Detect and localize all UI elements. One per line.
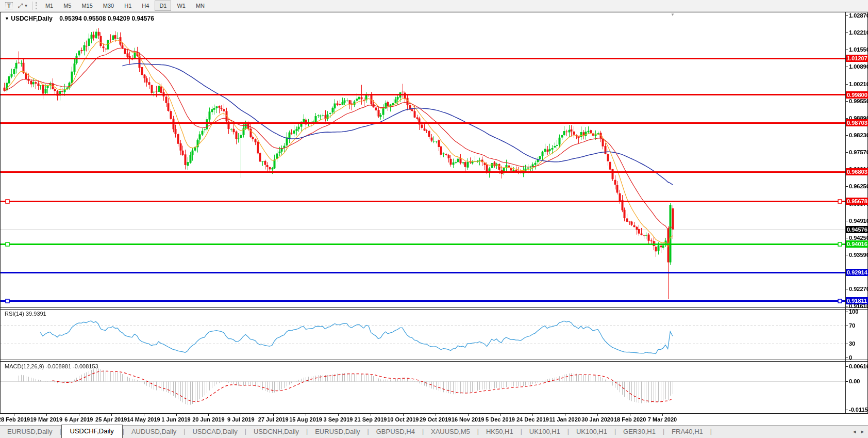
price-tag-0.95678: 0.95678 xyxy=(846,198,868,205)
date-axis-label: 9 Jul 2019 xyxy=(227,416,255,423)
macd-value-signal: -0.008153 xyxy=(73,363,98,369)
date-axis-label: 27 Jul 2019 xyxy=(258,416,289,423)
date-axis-label: 24 Dec 2019 xyxy=(516,416,549,423)
tab-bar: EURUSD,Daily|USDCHF,Daily|AUDUSD,Daily|U… xyxy=(0,425,868,438)
price-axis-label: 0.92270 xyxy=(849,286,868,292)
timeframe-m1[interactable]: M1 xyxy=(41,1,58,11)
timeframe-h1[interactable]: H1 xyxy=(120,1,136,11)
rsi-indicator-label: RSI(14) 39.9391 xyxy=(5,311,46,317)
price-axis-label: 0.97570 xyxy=(849,149,868,155)
price-axis-label: 0.96250 xyxy=(849,183,868,189)
timeframe-button-group: M1M5M15M30H1H4D1W1MN xyxy=(40,1,210,11)
tab-gbpusd-h4[interactable]: GBPUSD,H4 xyxy=(369,426,422,438)
macd-axis-label: -0.011531 xyxy=(849,407,868,413)
price-axis-label: 1.00210 xyxy=(849,81,868,87)
date-axis-label: 20 Jun 2019 xyxy=(192,416,224,423)
tab-uk100-h1[interactable]: UK100,H1 xyxy=(569,426,614,438)
rsi-name: RSI(14) xyxy=(5,311,24,317)
tab-hk50-h1[interactable]: HK50,H1 xyxy=(479,426,521,438)
date-axis-label: 3 Sep 2019 xyxy=(324,416,353,423)
tab-ger30-h1[interactable]: GER30,H1 xyxy=(616,426,663,438)
rsi-axis-label: 100 xyxy=(849,309,858,315)
tab-xauusd-m5[interactable]: XAUUSD,M5 xyxy=(424,426,477,438)
timeframe-d1[interactable]: D1 xyxy=(155,1,171,11)
date-axis-label: 19 Mar 2019 xyxy=(30,416,62,423)
styler-tool-button[interactable]: ⤢ ▾ xyxy=(15,1,30,11)
timeframe-m5[interactable]: M5 xyxy=(59,1,76,11)
rsi-axis-label: 0 xyxy=(849,354,852,361)
date-axis-label: 14 May 2019 xyxy=(127,416,160,423)
price-tag-0.92914: 0.92914 xyxy=(846,269,868,276)
rsi-value: 39.9391 xyxy=(26,311,46,317)
price-tag-0.91811: 0.91811 xyxy=(846,297,868,304)
chart-symbol-label: USDCHF,Daily xyxy=(11,15,53,22)
timeframe-m15[interactable]: M15 xyxy=(77,1,97,11)
date-axis-label: 25 Apr 2019 xyxy=(95,416,127,423)
price-axis-label: 0.98230 xyxy=(849,132,868,138)
tab-audusd-daily[interactable]: AUDUSD,Daily xyxy=(124,426,183,438)
tabs-scroll-left-icon[interactable]: ◂ xyxy=(853,428,856,434)
chart-title: ▼ USDCHF,Daily 0.95394 0.95508 0.94209 0… xyxy=(5,15,154,22)
styler-icon: ⤢ xyxy=(18,2,23,9)
toolbar: T ⤢ ▾ M1M5M15M30H1H4D1W1MN xyxy=(0,0,868,12)
current-price-tag: 0.94576 xyxy=(846,226,868,233)
chart-tabs: EURUSD,Daily|USDCHF,Daily|AUDUSD,Daily|U… xyxy=(0,426,712,438)
tab-eurusd-daily[interactable]: EURUSD,Daily xyxy=(308,426,367,438)
price-tag-1.01207: 1.01207 xyxy=(846,55,868,62)
toolbar-grip xyxy=(36,2,37,9)
tab-usdcnh-daily[interactable]: USDCNH,Daily xyxy=(246,426,306,438)
timeframe-w1[interactable]: W1 xyxy=(172,1,190,11)
price-tag-0.98703: 0.98703 xyxy=(846,119,868,126)
tab-usdchf-daily[interactable]: USDCHF,Daily xyxy=(61,425,123,438)
tabs-scroll-arrows: ◂▸ xyxy=(848,428,864,435)
price-tag-0.96803: 0.96803 xyxy=(846,168,868,175)
macd-axis-label: 0.006167 xyxy=(849,363,868,369)
date-axis-label: 21 Sep 2019 xyxy=(354,416,387,423)
date-axis-label: 5 Dec 2019 xyxy=(486,416,515,423)
macd-axis-label: 0.00 xyxy=(849,378,860,384)
price-axis-label: 1.02870 xyxy=(849,12,868,19)
date-axis-label: 11 Jan 2020 xyxy=(549,416,581,423)
price-tag-0.99800: 0.99800 xyxy=(846,91,868,99)
text-tool-icon: T xyxy=(5,2,13,9)
dropdown-caret-icon: ▾ xyxy=(25,3,27,8)
price-axis-label: 0.94910 xyxy=(849,218,868,224)
date-axis-label: 15 Aug 2019 xyxy=(289,416,322,423)
price-axis-label: 0.93590 xyxy=(849,252,868,258)
timeframe-h4[interactable]: H4 xyxy=(137,1,154,11)
mt4-window: T ⤢ ▾ M1M5M15M30H1H4D1W1MN ▼ USDCHF,Dail… xyxy=(0,0,868,438)
rsi-axis-label: 70 xyxy=(849,322,855,329)
chart-shift-end-marker-icon[interactable]: ▼ xyxy=(671,12,675,17)
tab-fra40-h1[interactable]: FRA40,H1 xyxy=(664,426,710,438)
rsi-axis-label: 30 xyxy=(849,340,855,347)
price-axis-label: 1.00890 xyxy=(849,63,868,70)
macd-value-main: -0.008981 xyxy=(45,363,71,369)
price-axis-label: 1.01550 xyxy=(849,46,868,53)
chart-canvas[interactable] xyxy=(0,0,868,438)
date-axis-label: 28 Feb 2019 xyxy=(0,416,30,423)
toolbar-separator xyxy=(32,2,32,10)
date-axis-label: 29 Oct 2019 xyxy=(420,416,451,423)
date-axis-label: 1 Jun 2019 xyxy=(161,416,190,423)
date-axis-label: 7 Mar 2020 xyxy=(648,416,677,423)
date-axis-label: 16 Nov 2019 xyxy=(452,416,485,423)
title-dropdown-icon[interactable]: ▼ xyxy=(5,16,9,21)
tab-separator: | xyxy=(710,428,712,438)
price-tag-0.94016: 0.94016 xyxy=(846,240,868,248)
tab-eurusd-daily[interactable]: EURUSD,Daily xyxy=(0,426,59,438)
timeframe-mn[interactable]: MN xyxy=(191,1,209,11)
date-axis-label: 6 Apr 2019 xyxy=(64,416,93,423)
text-label-tool-button[interactable]: T xyxy=(3,1,15,11)
macd-indicator-label: MACD(12,26,9) -0.008981 -0.008153 xyxy=(5,363,98,369)
date-axis-label: 18 Feb 2020 xyxy=(614,416,646,423)
price-axis-label: 1.02210 xyxy=(849,29,868,36)
tab-usdcad-daily[interactable]: USDCAD,Daily xyxy=(185,426,244,438)
tabs-scroll-right-icon[interactable]: ▸ xyxy=(861,428,864,434)
date-axis-label: 30 Jan 2020 xyxy=(581,416,613,423)
chart-ohlc-values: 0.95394 0.95508 0.94209 0.94576 xyxy=(59,15,154,22)
macd-name: MACD(12,26,9) xyxy=(5,363,44,369)
timeframe-m30[interactable]: M30 xyxy=(98,1,119,11)
price-axis-label: 0.99550 xyxy=(849,98,868,104)
tab-uk100-h1[interactable]: UK100,H1 xyxy=(522,426,567,438)
date-axis-label: 10 Oct 2019 xyxy=(387,416,419,423)
